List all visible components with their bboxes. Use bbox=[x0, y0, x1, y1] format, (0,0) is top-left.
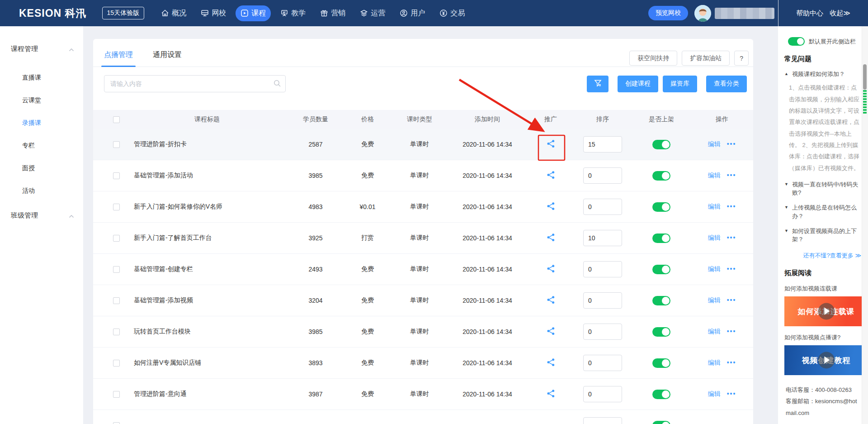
share-promote-icon[interactable] bbox=[547, 295, 555, 304]
edit-link[interactable]: 编辑 bbox=[708, 172, 721, 179]
edit-link[interactable]: 编辑 bbox=[708, 265, 721, 272]
publish-toggle[interactable] bbox=[652, 296, 670, 305]
nav-item-course[interactable]: 课程 bbox=[236, 5, 271, 21]
preview-school-button[interactable]: 预览网校 bbox=[648, 6, 688, 20]
publish-toggle[interactable] bbox=[652, 140, 670, 149]
row-checkbox[interactable] bbox=[113, 235, 120, 242]
expand-capacity-button[interactable]: 扩容加油站 bbox=[682, 51, 730, 66]
publish-toggle[interactable] bbox=[652, 265, 670, 274]
edit-link[interactable]: 编辑 bbox=[708, 296, 721, 304]
edit-link[interactable]: 编辑 bbox=[708, 359, 721, 366]
more-actions[interactable]: ••• bbox=[727, 390, 736, 397]
row-checkbox[interactable] bbox=[113, 297, 120, 304]
tab-general-settings[interactable]: 通用设置 bbox=[153, 50, 182, 67]
faq-item-transcode-fail[interactable]: ▼ 视频一直在转码中/转码失败? bbox=[784, 181, 862, 197]
row-checkbox[interactable] bbox=[113, 172, 120, 179]
sort-input[interactable] bbox=[583, 386, 622, 402]
lesson-type: 单课时 bbox=[392, 203, 447, 211]
nav-item-trade[interactable]: 交易 bbox=[434, 5, 470, 21]
tab-vod-management[interactable]: 点播管理 bbox=[104, 50, 133, 67]
row-checkbox[interactable] bbox=[113, 360, 120, 367]
faq-item-transcoding[interactable]: ▼ 上传视频总是在转码怎么办？ bbox=[784, 204, 862, 220]
edit-link[interactable]: 编辑 bbox=[708, 203, 721, 210]
search-input[interactable] bbox=[104, 75, 286, 92]
sort-input[interactable] bbox=[583, 167, 622, 184]
sort-input[interactable] bbox=[583, 355, 622, 371]
sidebar-group-course-mgmt[interactable]: 课程管理 bbox=[0, 38, 83, 60]
video-banner-vod-tutorial[interactable]: 视频创建教程 bbox=[784, 345, 868, 375]
row-checkbox[interactable] bbox=[113, 422, 120, 424]
row-checkbox[interactable] bbox=[113, 329, 120, 335]
row-checkbox[interactable] bbox=[113, 204, 120, 210]
more-actions[interactable]: ••• bbox=[727, 265, 736, 272]
faq-item-expanded[interactable]: ▲ 视频课程如何添加？ bbox=[784, 70, 862, 78]
sort-input[interactable] bbox=[583, 136, 622, 152]
more-actions[interactable]: ••• bbox=[727, 140, 736, 148]
sort-input[interactable] bbox=[583, 199, 622, 215]
row-checkbox[interactable] bbox=[113, 141, 120, 148]
publish-toggle[interactable] bbox=[652, 171, 670, 181]
publish-toggle[interactable] bbox=[652, 390, 670, 399]
nav-item-school[interactable]: 网校 bbox=[196, 5, 231, 21]
sort-input[interactable] bbox=[583, 230, 622, 246]
faq-item-shelf-setting[interactable]: ▼ 如何设置视频商品的上下架？ bbox=[784, 227, 862, 243]
share-promote-icon[interactable] bbox=[547, 171, 555, 179]
share-promote-icon[interactable] bbox=[547, 389, 555, 398]
publish-toggle[interactable] bbox=[652, 358, 670, 368]
sidebar-item-column[interactable]: 专栏 bbox=[0, 134, 83, 157]
nav-item-operation[interactable]: 运营 bbox=[355, 5, 390, 21]
publish-toggle[interactable] bbox=[652, 327, 670, 337]
edit-link[interactable]: 编辑 bbox=[708, 328, 721, 335]
see-more-link[interactable]: 还有不懂?查看更多 ≫ bbox=[778, 252, 861, 260]
sidebar-item-activity[interactable]: 活动 bbox=[0, 180, 83, 202]
nav-item-users[interactable]: 用户 bbox=[395, 5, 430, 21]
nav-item-overview[interactable]: 概况 bbox=[156, 5, 191, 21]
sort-input[interactable] bbox=[583, 292, 622, 309]
share-promote-icon[interactable] bbox=[547, 264, 555, 273]
sort-input[interactable] bbox=[583, 324, 622, 340]
media-library-button[interactable]: 媒资库 bbox=[663, 76, 697, 92]
more-actions[interactable]: ••• bbox=[727, 328, 736, 335]
page-scrollbar-track[interactable] bbox=[862, 26, 868, 424]
create-course-button[interactable]: 创建课程 bbox=[618, 76, 658, 92]
help-center-link[interactable]: 帮助中心 bbox=[796, 9, 823, 18]
filter-button[interactable] bbox=[587, 76, 609, 92]
page-scrollbar-thumb[interactable] bbox=[863, 64, 867, 90]
more-actions[interactable]: ••• bbox=[727, 172, 736, 179]
account-name-masked[interactable] bbox=[715, 8, 774, 19]
edit-link[interactable]: 编辑 bbox=[708, 140, 721, 148]
row-checkbox[interactable] bbox=[113, 266, 120, 273]
edit-link[interactable]: 编辑 bbox=[708, 234, 721, 241]
pin-sidebar-toggle[interactable] bbox=[788, 37, 805, 46]
help-button[interactable]: ? bbox=[734, 51, 749, 66]
share-promote-icon[interactable] bbox=[547, 202, 555, 210]
more-actions[interactable]: ••• bbox=[727, 359, 736, 366]
video-banner-serial-course[interactable]: 如何添加连载课 bbox=[784, 296, 868, 326]
sidebar-item-live-course[interactable]: 直播课 bbox=[0, 67, 83, 89]
row-checkbox[interactable] bbox=[113, 391, 120, 398]
space-support-button[interactable]: 获空间扶持 bbox=[629, 51, 677, 66]
nav-item-teaching[interactable]: 教学 bbox=[275, 5, 311, 21]
share-promote-icon[interactable] bbox=[547, 139, 555, 148]
sidebar-item-offline[interactable]: 面授 bbox=[0, 157, 83, 180]
publish-toggle[interactable] bbox=[652, 202, 670, 212]
sidebar-item-recorded-course[interactable]: 录播课 bbox=[0, 112, 83, 134]
more-actions[interactable]: ••• bbox=[727, 296, 736, 304]
sort-input[interactable] bbox=[583, 417, 622, 424]
edit-link[interactable]: 编辑 bbox=[708, 390, 721, 397]
share-promote-icon[interactable] bbox=[547, 358, 555, 367]
sort-input[interactable] bbox=[583, 261, 622, 277]
select-all-checkbox[interactable] bbox=[113, 116, 120, 123]
more-actions[interactable]: ••• bbox=[727, 234, 736, 241]
collapse-panel-link[interactable]: 收起≫ bbox=[830, 9, 850, 18]
nav-item-marketing[interactable]: 营销 bbox=[315, 5, 350, 21]
share-promote-icon[interactable] bbox=[547, 233, 555, 242]
publish-toggle[interactable] bbox=[652, 421, 670, 424]
view-categories-button[interactable]: 查看分类 bbox=[706, 76, 747, 92]
sidebar-item-cloud-class[interactable]: 云课堂 bbox=[0, 89, 83, 112]
user-avatar[interactable] bbox=[694, 5, 711, 22]
share-promote-icon[interactable] bbox=[547, 327, 555, 335]
more-actions[interactable]: ••• bbox=[727, 203, 736, 210]
sidebar-group-class-mgmt[interactable]: 班级管理 bbox=[0, 204, 83, 227]
publish-toggle[interactable] bbox=[652, 233, 670, 243]
